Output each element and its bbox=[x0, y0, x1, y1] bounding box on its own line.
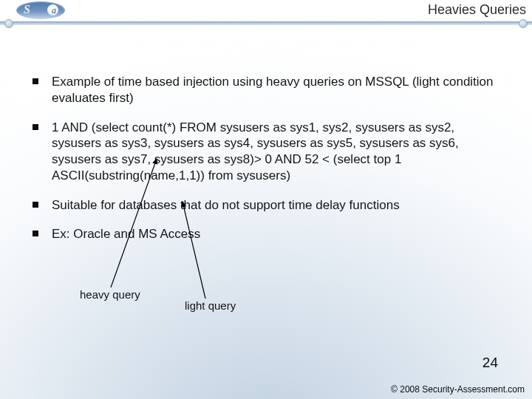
header-divider bbox=[0, 21, 532, 25]
page-number: 24 bbox=[482, 355, 498, 371]
slide-title: Heavies Queries bbox=[428, 2, 526, 18]
bullet-item: Ex: Oracle and MS Access bbox=[30, 226, 502, 242]
header-bar: S a Heavies Queries bbox=[0, 0, 532, 22]
bullet-item: Suitable for databases that do not suppo… bbox=[30, 197, 502, 214]
bullet-item: 1 AND (select count(*) FROM sysusers as … bbox=[30, 120, 502, 184]
divider-knob-right bbox=[519, 19, 528, 28]
bullet-list: Example of time based injection using he… bbox=[30, 74, 502, 242]
logo: S a bbox=[16, 1, 65, 19]
logo-letter-a: a bbox=[52, 5, 56, 16]
divider-knob-left bbox=[4, 19, 13, 28]
annotation-heavy-query: heavy query bbox=[80, 288, 140, 301]
logo-letter-s: S bbox=[24, 3, 30, 16]
annotation-light-query: light query bbox=[185, 299, 236, 312]
footer-copyright: © 2008 Security-Assessment.com bbox=[391, 384, 525, 395]
bullet-item: Example of time based injection using he… bbox=[30, 74, 502, 106]
slide-body: Example of time based injection using he… bbox=[30, 74, 502, 256]
